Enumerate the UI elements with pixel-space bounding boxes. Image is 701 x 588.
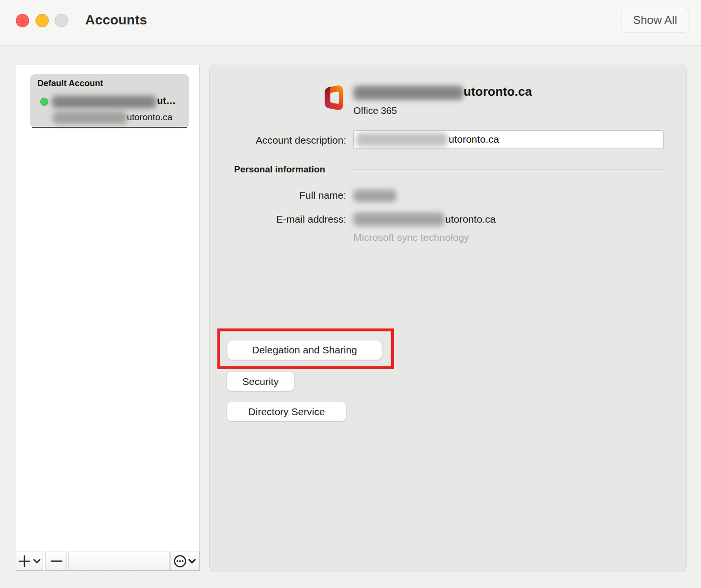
- redacted-full-name: [353, 190, 396, 202]
- account-description-input[interactable]: utoronto.ca: [353, 130, 664, 149]
- email-address-label: E-mail address:: [210, 214, 346, 225]
- office-365-logo-icon: [319, 84, 346, 111]
- account-detail-panel: utoronto.ca Office 365 Account descripti…: [209, 65, 687, 572]
- zoom-icon: [55, 14, 68, 27]
- account-title-suffix: utoronto.ca: [464, 84, 532, 99]
- description-value-suffix: utoronto.ca: [449, 134, 499, 145]
- redacted-account-name: [52, 96, 156, 108]
- more-actions-button[interactable]: [170, 552, 200, 571]
- page-title: Accounts: [85, 12, 147, 28]
- minimize-icon[interactable]: [35, 14, 49, 27]
- account-type-label: Office 365: [353, 105, 397, 116]
- close-icon[interactable]: [16, 14, 29, 27]
- toolbar-spacer: [68, 552, 170, 571]
- directory-service-button[interactable]: Directory Service: [226, 402, 347, 421]
- ellipsis-circle-icon: [173, 554, 197, 569]
- account-description-label: Account description:: [210, 135, 346, 146]
- selection-divider: [32, 127, 187, 128]
- redacted-email-value: [353, 213, 444, 226]
- add-account-button[interactable]: [16, 552, 43, 571]
- default-account-label: Default Account: [37, 79, 103, 89]
- redacted-description-value: [356, 133, 448, 147]
- section-divider: [353, 170, 664, 170]
- account-name-suffix: ut…: [157, 95, 176, 106]
- redacted-account-title: [353, 86, 464, 100]
- security-button[interactable]: Security: [226, 372, 294, 391]
- redacted-account-email: [53, 112, 127, 124]
- personal-information-header: Personal information: [234, 164, 325, 175]
- plus-icon: [18, 554, 41, 568]
- full-name-label: Full name:: [210, 190, 346, 201]
- account-email-suffix: utoronto.ca: [127, 112, 172, 123]
- accounts-sidebar: Default Account ut… utoronto.ca: [16, 65, 200, 571]
- green-status-dot-icon: [40, 98, 48, 106]
- minus-icon: [50, 554, 63, 568]
- delegation-and-sharing-button[interactable]: Delegation and Sharing: [227, 340, 382, 360]
- sync-technology-note: Microsoft sync technology: [353, 232, 469, 243]
- email-value-suffix: utoronto.ca: [445, 214, 496, 225]
- account-list-item[interactable]: Default Account ut… utoronto.ca: [30, 74, 189, 128]
- show-all-button[interactable]: Show All: [621, 8, 689, 33]
- remove-account-button[interactable]: [45, 552, 67, 571]
- window-titlebar: Accounts Show All: [0, 0, 701, 45]
